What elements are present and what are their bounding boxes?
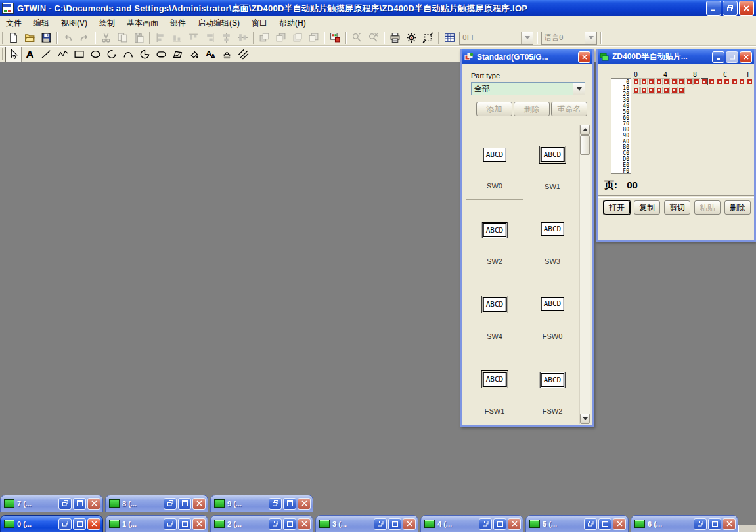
standard-palette-title-bar[interactable]: Standard(GT05/G... (462, 49, 592, 64)
menu-item-2[interactable]: 编辑 (28, 16, 55, 30)
rounded-rectangle-tool-icon[interactable] (153, 47, 169, 62)
align-bottom-icon[interactable] (169, 30, 185, 46)
page-cell[interactable] (716, 78, 723, 85)
center-vertical-icon[interactable] (234, 30, 251, 46)
maximize-icon[interactable] (598, 518, 611, 530)
page-cell[interactable] (648, 87, 655, 94)
page-cell[interactable] (640, 87, 648, 94)
rectangle-tool-icon[interactable] (71, 47, 87, 62)
restore-icon[interactable] (694, 518, 707, 530)
part-item-sw0[interactable]: ABCDSW0 (466, 125, 523, 200)
minimized-window-7[interactable]: 7 (... (0, 495, 103, 512)
menu-item-4[interactable]: 绘制 (93, 16, 121, 30)
close-icon[interactable] (192, 498, 206, 510)
page-cell[interactable] (693, 78, 700, 85)
minimize-button[interactable] (706, 1, 721, 16)
part-item-fsw2[interactable]: ABCDFSW2 (523, 349, 581, 424)
parts-scrollbar[interactable] (579, 125, 590, 424)
part-item-sw3[interactable]: ABCDSW3 (523, 200, 581, 275)
menu-item-3[interactable]: 视图(V) (55, 16, 93, 30)
part-item-sw2[interactable]: ABCDSW2 (466, 200, 523, 275)
page-cell[interactable] (640, 78, 648, 85)
print-icon[interactable] (387, 30, 403, 46)
rename-part-button[interactable]: 重命名 (551, 102, 587, 116)
close-icon[interactable] (298, 518, 311, 530)
align-right-icon[interactable] (202, 30, 218, 46)
screen-manager-close-icon[interactable] (740, 51, 752, 63)
page-cell[interactable] (633, 78, 640, 85)
align-left-icon[interactable] (152, 30, 169, 46)
restore-icon[interactable] (374, 518, 387, 530)
restore-icon[interactable] (164, 498, 177, 510)
close-icon[interactable] (192, 518, 206, 530)
close-icon[interactable] (723, 518, 736, 530)
off-combobox-dropdown-icon[interactable] (521, 32, 533, 44)
menu-item-6[interactable]: 部件 (164, 16, 192, 30)
stamp-tool-icon[interactable] (219, 47, 235, 62)
bring-to-front-icon[interactable] (256, 30, 273, 46)
page-cell[interactable] (678, 78, 685, 85)
restore-icon[interactable] (164, 518, 177, 530)
maximize-icon[interactable] (73, 518, 86, 530)
page-cell[interactable] (678, 87, 685, 94)
polyline-tool-icon[interactable] (55, 47, 71, 62)
maximize-icon[interactable] (178, 518, 191, 530)
select-tool-icon[interactable] (5, 47, 22, 62)
minimized-window-6[interactable]: 6 (... (631, 515, 738, 532)
screen-manager-title-bar[interactable]: ZD400D半自动贴片... (598, 49, 754, 64)
page-cell[interactable] (633, 87, 640, 94)
paint-tool-icon[interactable] (186, 47, 202, 62)
undo-icon[interactable] (60, 30, 76, 46)
language-combobox-dropdown-icon[interactable] (585, 32, 596, 44)
restore-icon[interactable] (58, 498, 72, 510)
menu-item-8[interactable]: 窗口 (246, 16, 273, 30)
menu-item-9[interactable]: 帮助(H) (273, 16, 312, 30)
minimized-window-9[interactable]: 9 (... (210, 495, 313, 512)
part-item-fsw1[interactable]: ABCDFSW1 (466, 349, 523, 424)
page-cell[interactable] (648, 78, 655, 85)
character-tool-icon[interactable]: AA (202, 47, 219, 62)
restore-button[interactable] (723, 1, 738, 16)
maximize-icon[interactable] (178, 498, 191, 510)
align-top-icon[interactable] (185, 30, 202, 46)
minimized-window-4[interactable]: 4 (... (420, 515, 523, 532)
polygon-tool-icon[interactable] (169, 47, 186, 62)
open-icon[interactable] (22, 30, 38, 46)
cut-icon[interactable] (98, 30, 114, 46)
close-icon[interactable] (87, 498, 100, 510)
zoom-select-icon[interactable] (349, 30, 365, 46)
close-icon[interactable] (403, 518, 416, 530)
screen-manager-maximize-icon[interactable] (726, 51, 738, 63)
page-cell[interactable] (686, 78, 693, 85)
part-type-dropdown-icon[interactable] (573, 83, 585, 95)
off-combobox[interactable]: OFF (459, 32, 533, 45)
close-icon[interactable] (298, 498, 311, 510)
menu-item-7[interactable]: 启动编辑(S) (192, 16, 246, 30)
page-cell[interactable] (671, 78, 678, 85)
page-cell[interactable] (656, 87, 663, 94)
page-cell[interactable] (663, 87, 670, 94)
restore-icon[interactable] (479, 518, 492, 530)
open-page-button[interactable]: 打开 (604, 200, 630, 215)
language-combobox[interactable]: 语言0 (541, 32, 597, 45)
page-cell[interactable] (708, 78, 715, 85)
scrollbar-thumb[interactable] (580, 135, 590, 155)
ellipse-tool-icon[interactable] (87, 47, 104, 62)
delete-part-button[interactable]: 删除 (514, 102, 550, 116)
maximize-icon[interactable] (708, 518, 721, 530)
restore-icon[interactable] (269, 498, 282, 510)
minimized-window-2[interactable]: 2 (... (210, 515, 313, 532)
scroll-down-icon[interactable] (580, 414, 590, 424)
part-item-sw1[interactable]: ABCDSW1 (523, 125, 581, 200)
restore-icon[interactable] (58, 518, 72, 530)
screen-manager-minimize-icon[interactable] (712, 51, 724, 63)
copy-page-button[interactable]: 复制 (634, 200, 660, 215)
new-icon[interactable] (5, 30, 22, 46)
close-icon[interactable] (508, 518, 521, 530)
send-to-back-icon[interactable] (273, 30, 289, 46)
redo-icon[interactable] (76, 30, 93, 46)
maximize-icon[interactable] (283, 518, 296, 530)
brightness-icon[interactable] (403, 30, 420, 46)
restore-icon[interactable] (584, 518, 597, 530)
page-cell[interactable] (701, 78, 708, 85)
